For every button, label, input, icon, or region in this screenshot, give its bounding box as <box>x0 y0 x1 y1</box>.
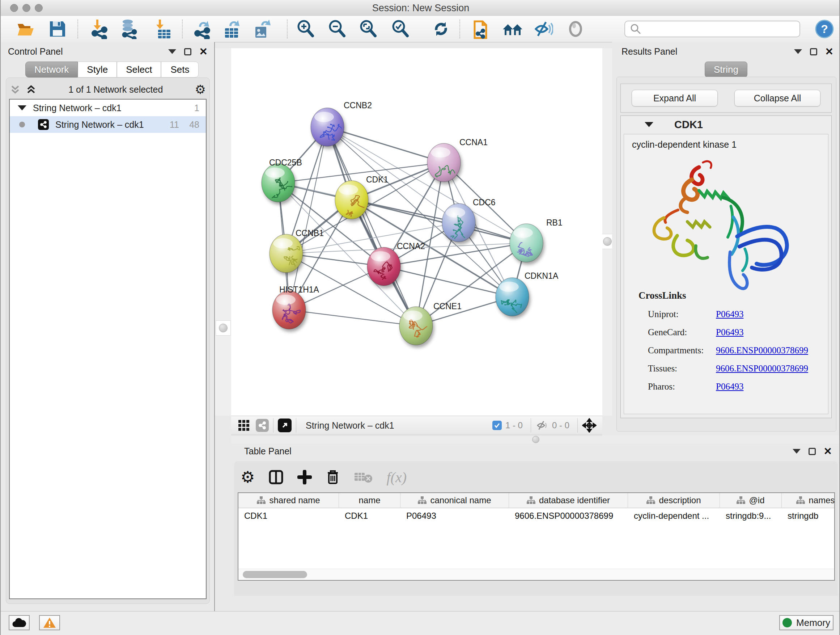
bottom-splitter[interactable] <box>231 435 840 444</box>
node-ccna1[interactable]: CCNA1 <box>427 138 488 186</box>
import-network-database-button[interactable] <box>118 19 140 39</box>
node-hist1h1a[interactable]: HIST1H1A <box>272 285 319 329</box>
delete-column-icon[interactable] <box>325 469 340 485</box>
selected-checkbox-icon[interactable] <box>493 421 502 430</box>
node-cdkn1a[interactable]: CDKN1A <box>496 271 559 316</box>
network-view-share-icon[interactable] <box>256 419 269 432</box>
edge-CCNB2-CCNA1[interactable] <box>327 127 444 163</box>
search-field[interactable] <box>624 21 800 37</box>
node-rb1[interactable]: RB1 <box>510 218 562 262</box>
cell-namespace[interactable]: stringdb <box>782 508 835 524</box>
close-panel-icon[interactable]: ✕ <box>825 48 834 55</box>
node-cdk1[interactable]: CDK1 <box>335 175 388 219</box>
float-panel-icon[interactable] <box>808 448 816 455</box>
crosslink-compartments[interactable]: 9606.ENSP00000378699 <box>716 345 808 356</box>
panel-menu-icon[interactable] <box>168 49 176 54</box>
refresh-button[interactable] <box>431 19 452 39</box>
edge-CCNA2-CDKN1A[interactable] <box>384 266 512 297</box>
column-header-canonical-name[interactable]: canonical name <box>401 493 509 508</box>
network-collection-row[interactable]: String Network – cdk1 1 <box>10 100 206 116</box>
import-table-button[interactable] <box>152 19 173 39</box>
table-options-gear-icon[interactable]: ⚙ <box>240 469 255 485</box>
panel-menu-icon[interactable] <box>793 449 801 454</box>
cell-database-identifier[interactable]: 9606.ENSP00000378699 <box>509 508 628 524</box>
warnings-button[interactable] <box>39 615 60 630</box>
preview-eye-button[interactable] <box>565 19 586 39</box>
splitter-handle[interactable] <box>216 320 231 336</box>
crosslink-genecard[interactable]: P06493 <box>716 327 744 337</box>
zoom-in-button[interactable] <box>295 19 316 39</box>
splitter-handle[interactable] <box>532 436 539 443</box>
left-splitter[interactable] <box>215 48 231 416</box>
function-builder-icon[interactable]: f(x) <box>386 469 407 486</box>
node-cdc25b[interactable]: CDC25B <box>262 158 302 202</box>
network-canvas[interactable]: CCNB2CCNA1CDC25BCDK1CDC6RB1CCNB1CCNA2CDK… <box>231 48 602 416</box>
show-columns-icon[interactable] <box>268 470 284 485</box>
network-options-gear-icon[interactable]: ⚙ <box>195 84 206 95</box>
column-header-namespace[interactable]: namespace <box>782 493 835 508</box>
tab-style[interactable]: Style <box>78 62 117 78</box>
collapse-section-icon[interactable] <box>645 122 653 127</box>
close-panel-icon[interactable]: ✕ <box>824 448 832 455</box>
tab-network[interactable]: Network <box>25 62 78 78</box>
memory-button[interactable]: Memory <box>779 615 834 630</box>
edge-CCNB2-CCNE1[interactable] <box>327 127 416 326</box>
collapse-all-button[interactable]: Collapse All <box>734 90 821 106</box>
tab-select[interactable]: Select <box>117 62 161 78</box>
tab-string[interactable]: String <box>705 62 747 78</box>
delete-table-icon[interactable] <box>354 470 373 484</box>
edge-CCNB2-HIST1H1A[interactable] <box>289 127 327 310</box>
cell-canonical-name[interactable]: P06493 <box>401 508 509 524</box>
right-splitter[interactable] <box>602 48 612 416</box>
panel-menu-icon[interactable] <box>794 49 802 54</box>
cell-id[interactable]: stringdb:9... <box>720 508 782 524</box>
expand-all-icon[interactable] <box>26 84 36 95</box>
table-horizontal-scrollbar[interactable] <box>238 569 834 580</box>
show-hide-button[interactable] <box>532 19 554 39</box>
network-row[interactable]: String Network – cdk1 11 48 <box>10 116 206 133</box>
column-header-description[interactable]: description <box>628 493 720 508</box>
add-column-icon[interactable] <box>297 470 312 485</box>
edge-CDK1-RB1[interactable] <box>352 200 526 243</box>
export-table-button[interactable] <box>221 19 242 39</box>
column-header-id[interactable]: @id <box>720 493 782 508</box>
open-session-button[interactable] <box>15 19 36 39</box>
help-button[interactable]: ? <box>814 19 835 39</box>
float-panel-icon[interactable] <box>184 48 191 55</box>
hidden-eye-slash-icon[interactable] <box>535 420 548 431</box>
node-cdc6[interactable]: CDC6 <box>442 198 496 242</box>
column-header-name[interactable]: name <box>339 493 401 508</box>
grid-view-icon[interactable] <box>238 419 250 432</box>
crosslink-uniprot[interactable]: P06493 <box>716 309 744 319</box>
crosslink-tissues[interactable]: 9606.ENSP00000378699 <box>716 363 808 374</box>
cell-shared-name[interactable]: CDK1 <box>238 508 339 524</box>
import-network-file-button[interactable] <box>89 19 110 39</box>
scrollbar-thumb[interactable] <box>243 571 307 578</box>
collapse-all-icon[interactable] <box>10 84 21 95</box>
table-row[interactable]: CDK1CDK1P064939606.ENSP00000378699cyclin… <box>238 508 834 524</box>
expand-all-button[interactable]: Expand All <box>632 90 718 106</box>
column-header-database-identifier[interactable]: database identifier <box>509 493 628 508</box>
column-header-shared-name[interactable]: shared name <box>238 493 339 508</box>
close-panel-icon[interactable]: ✕ <box>199 48 208 55</box>
pan-crosshair-icon[interactable] <box>582 418 597 432</box>
node-ccne1[interactable]: CCNE1 <box>399 302 462 345</box>
crosslink-pharos[interactable]: P06493 <box>716 382 744 392</box>
save-session-button[interactable] <box>47 19 68 39</box>
import-string-network-button[interactable] <box>471 19 492 39</box>
gene-section-header[interactable]: CDK1 <box>621 116 831 133</box>
node-ccnb1[interactable]: CCNB1 <box>270 228 324 272</box>
cell-name[interactable]: CDK1 <box>339 508 401 524</box>
export-network-button[interactable] <box>192 19 213 39</box>
edge-HIST1H1A-CCNE1[interactable] <box>289 310 416 326</box>
birdseye-launch-icon[interactable] <box>278 418 292 432</box>
tab-sets[interactable]: Sets <box>161 62 199 78</box>
search-input[interactable] <box>645 22 799 36</box>
float-panel-icon[interactable] <box>810 48 817 55</box>
zoom-selected-button[interactable] <box>390 19 411 39</box>
cell-description[interactable]: cyclin-dependent ... <box>628 508 720 524</box>
zoom-out-button[interactable] <box>327 19 347 39</box>
cloud-status-button[interactable] <box>9 615 30 630</box>
zoom-fit-button[interactable] <box>358 19 379 39</box>
string-home-button[interactable] <box>502 19 523 39</box>
